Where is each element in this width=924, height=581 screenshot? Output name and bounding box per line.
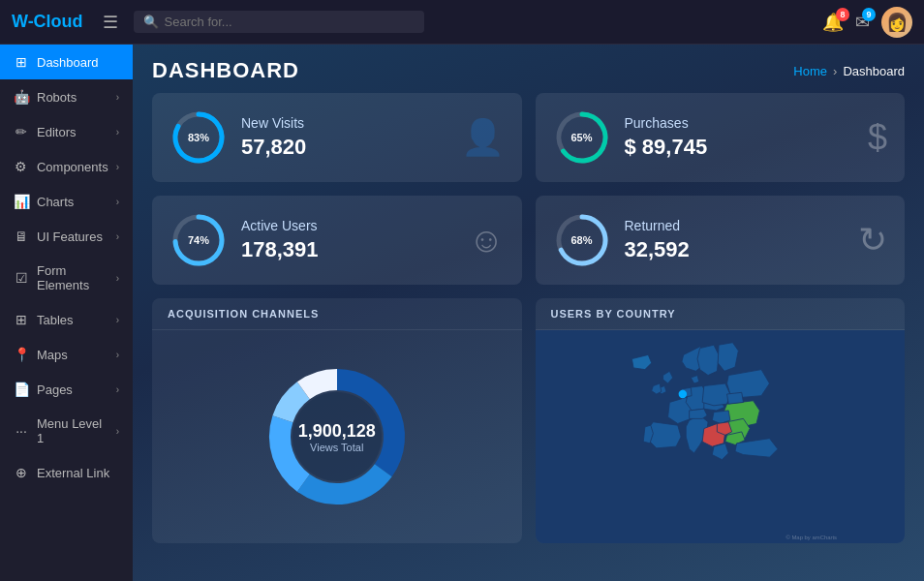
sidebar-label-dashboard: Dashboard [37,55,119,70]
top-navigation: W-Cloud ☰ 🔍 🔔 8 ✉ 9 👩 [0,0,924,45]
stat-name-new-visits: New Visits [241,115,447,131]
users-by-country-panel: USERS BY COUNTRY © Map by amCharts [536,298,906,543]
sidebar-item-editors[interactable]: ✏ Editors › [0,114,133,149]
notification-badge: 8 [836,8,849,21]
stat-info-purchases: Purchases $ 89,745 [625,115,854,160]
sidebar-item-menu-level-1[interactable]: ··· Menu Level 1 › [0,407,133,455]
messages-badge: 9 [862,8,876,21]
sidebar-item-robots[interactable]: 🤖 Robots › [0,79,133,114]
stat-value-active-users: 178,391 [241,237,455,262]
stat-card-active-users: 74% Active Users 178,391 ☺ [152,196,522,285]
donut-label-active-users: 74% [188,234,209,246]
sidebar-item-pages[interactable]: 📄 Pages › [0,372,133,407]
acquisition-channels-header: ACQUISITION CHANNELS [152,298,522,330]
chevron-icon-pages: › [116,384,119,395]
stat-value-returned: 32,592 [625,237,846,262]
messages-button[interactable]: ✉ 9 [855,12,870,33]
svg-text:© Map by amCharts: © Map by amCharts [785,535,837,540]
chevron-icon-robots: › [116,92,119,103]
chevron-icon-editors: › [116,127,119,138]
tables-icon: ⊞ [14,312,29,327]
breadcrumb-current: Dashboard [843,64,905,78]
stat-card-purchases: 65% Purchases $ 89,745 $ [536,93,906,182]
stat-info-active-users: Active Users 178,391 [241,218,455,262]
stat-info-new-visits: New Visits 57,820 [241,115,447,160]
maps-icon: 📍 [14,347,29,362]
sidebar-item-components[interactable]: ⚙ Components › [0,149,133,184]
donut-center-label: Views Total [298,442,376,453]
editors-icon: ✏ [14,124,29,139]
acquisition-channels-body: 1,900,128 Views Total [152,330,522,543]
bottom-row: ACQUISITION CHANNELS 1,900,128 Views Tot… [133,298,924,557]
smiley-icon: ☺ [469,220,505,260]
search-input[interactable] [165,15,415,29]
stat-name-returned: Returned [625,218,846,233]
sidebar-label-pages: Pages [37,382,108,397]
sidebar-item-tables[interactable]: ⊞ Tables › [0,302,133,337]
donut-returned: 68% [553,211,611,269]
donut-chart: 1,900,128 Views Total [250,350,424,524]
sidebar-label-editors: Editors [37,125,108,139]
form-elements-icon: ☑ [14,270,29,286]
breadcrumb-home[interactable]: Home [793,64,827,78]
topnav-icons: 🔔 8 ✉ 9 👩 [822,7,912,38]
sidebar-label-external-link: External Link [37,466,119,480]
stat-card-returned: 68% Returned 32,592 ↻ [536,196,906,285]
ui-features-icon: 🖥 [14,229,29,244]
stats-row: 83% New Visits 57,820 👤 65% Purchases $ … [133,93,924,298]
sidebar-item-dashboard[interactable]: ⊞ Dashboard [0,45,133,79]
stat-name-purchases: Purchases [625,115,854,131]
sidebar-label-robots: Robots [37,90,108,105]
users-by-country-header: USERS BY COUNTRY [536,298,906,330]
page-title: DASHBOARD [152,58,299,83]
donut-purchases: 65% [553,108,611,167]
donut-label-purchases: 65% [570,132,592,143]
brand-logo: W-Cloud [12,12,83,32]
external-link-icon: ⊕ [14,465,29,480]
donut-label-returned: 68% [570,234,592,246]
notifications-button[interactable]: 🔔 8 [822,12,844,33]
donut-label-new-visits: 83% [188,132,209,143]
search-icon: 🔍 [143,15,159,29]
chevron-icon-components: › [116,162,119,172]
sidebar-label-tables: Tables [37,313,108,327]
sidebar-label-menu-level-1: Menu Level 1 [37,416,108,445]
sidebar-item-maps[interactable]: 📍 Maps › [0,337,133,372]
donut-new-visits: 83% [169,108,228,167]
donut-center: 1,900,128 Views Total [298,421,376,453]
robots-icon: 🤖 [14,89,29,105]
sidebar-item-ui-features[interactable]: 🖥 UI Features › [0,219,133,254]
content-header: DASHBOARD Home › Dashboard [133,45,924,93]
user-avatar[interactable]: 👩 [881,7,912,38]
pages-icon: 📄 [14,382,29,397]
charts-icon: 📊 [14,194,29,209]
components-icon: ⚙ [14,159,29,174]
stat-value-purchases: $ 89,745 [625,135,854,160]
donut-center-value: 1,900,128 [298,421,376,442]
dashboard-icon: ⊞ [14,54,29,70]
sidebar: ⊞ Dashboard 🤖 Robots › ✏ Editors › ⚙ Com… [0,45,133,581]
hamburger-menu-button[interactable]: ☰ [99,8,122,37]
sidebar-item-external-link[interactable]: ⊕ External Link [0,455,133,490]
main-content: DASHBOARD Home › Dashboard 83% New Visit… [133,45,924,581]
sidebar-item-charts[interactable]: 📊 Charts › [0,184,133,219]
acquisition-channels-panel: ACQUISITION CHANNELS 1,900,128 Views Tot… [152,298,522,543]
sidebar-label-components: Components [37,160,108,174]
sidebar-label-form-elements: Form Elements [37,263,108,292]
refresh-icon: ↻ [858,220,887,260]
chevron-icon-charts: › [116,197,119,207]
chevron-icon-maps: › [116,350,119,360]
stat-name-active-users: Active Users [241,218,455,233]
chevron-icon-ui-features: › [116,231,119,242]
users-by-country-body: © Map by amCharts [536,330,906,543]
chevron-icon-form-elements: › [116,273,119,284]
person-icon: 👤 [461,117,505,158]
chevron-icon-tables: › [116,315,119,325]
sidebar-item-form-elements[interactable]: ☑ Form Elements › [0,254,133,302]
sidebar-label-maps: Maps [37,348,108,362]
sidebar-label-charts: Charts [37,195,108,209]
svg-point-1 [678,390,686,398]
main-layout: ⊞ Dashboard 🤖 Robots › ✏ Editors › ⚙ Com… [0,45,924,581]
world-map: © Map by amCharts [536,330,906,543]
breadcrumb: Home › Dashboard [793,64,905,78]
